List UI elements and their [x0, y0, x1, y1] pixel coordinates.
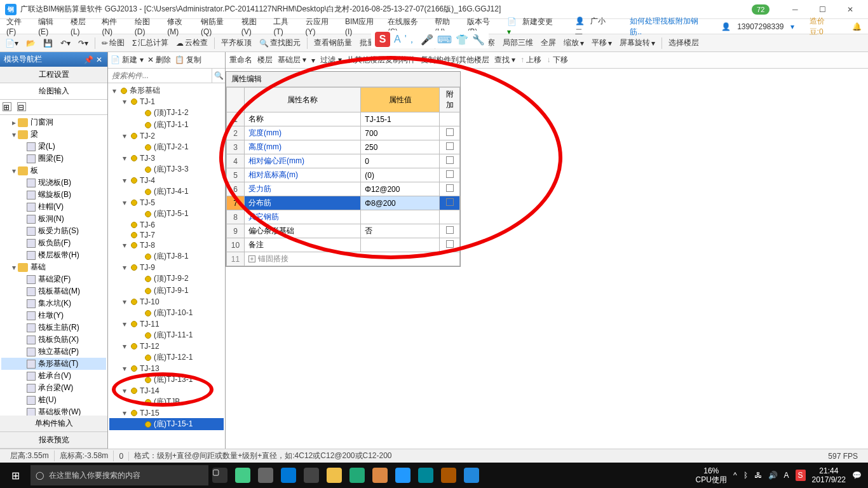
component-child[interactable]: (底)TJB — [109, 396, 224, 408]
account-link[interactable]: 👤 13907298339 ▾ — [717, 22, 797, 31]
user-label[interactable]: 👤 广小二 — [571, 16, 619, 37]
component-child[interactable]: (底)TJ-5-1 — [109, 208, 224, 220]
view-rebar-button[interactable]: 查看钢筋量 — [311, 36, 355, 50]
taskbar-search[interactable]: ◯ 在这里输入你要搜索的内容 — [31, 465, 208, 485]
ime-s-tray-icon[interactable]: S — [796, 470, 806, 481]
cpu-meter[interactable]: 16%CPU使用 — [696, 466, 727, 485]
edge-icon[interactable] — [281, 468, 296, 483]
component-item[interactable]: ▾TJ-2 — [109, 131, 224, 141]
select-floor-button[interactable]: 选择楼层 — [666, 36, 702, 50]
clock[interactable]: 21:442017/9/22 — [812, 466, 846, 485]
menu-modify[interactable]: 修改(M) — [163, 17, 197, 36]
menu-file[interactable]: 文件(F) — [3, 17, 34, 36]
ime-toolbar[interactable]: S A '， 🎤 ⌨ 👕 🔧 — [371, 30, 489, 48]
component-child[interactable]: (底)TJ-2-1 — [109, 141, 224, 153]
property-row[interactable]: 4相对偏心距(mm)0 — [227, 154, 460, 168]
layer-select[interactable]: ▾ — [311, 56, 315, 65]
nav-item[interactable]: 板负筋(F) — [1, 237, 106, 249]
expand-icon[interactable]: ⊞ — [3, 102, 11, 111]
sogou-icon[interactable]: S — [375, 32, 390, 47]
menu-component[interactable]: 构件(N) — [98, 17, 130, 36]
start-button[interactable]: ⊞ — [0, 470, 31, 482]
menu-tools[interactable]: 工具(T) — [269, 17, 301, 36]
component-child[interactable]: (底)TJ-10-1 — [109, 307, 224, 319]
store-icon[interactable] — [304, 468, 319, 483]
component-child[interactable]: (顶)TJ-1-2 — [109, 107, 224, 119]
new-change-link[interactable]: 📄 新建变更 ▾ — [503, 17, 564, 36]
component-child[interactable]: (顶)TJ-9-2 — [109, 273, 224, 285]
collapse-icon[interactable]: ⊟ — [17, 102, 26, 111]
app-icon-3[interactable] — [349, 468, 365, 483]
component-item[interactable]: ▾TJ-3 — [109, 153, 224, 163]
component-child[interactable]: (底)TJ-4-1 — [109, 186, 224, 198]
nav-group[interactable]: ▾基础 — [1, 261, 106, 273]
component-child[interactable]: (底)TJ-9-1 — [109, 285, 224, 297]
component-item[interactable]: ▾TJ-14 — [109, 386, 224, 396]
sum-button[interactable]: Σ 汇总计算 — [130, 36, 171, 50]
close-panel-icon[interactable]: ✕ — [95, 55, 104, 64]
ime-punct-icon[interactable]: '， — [405, 33, 417, 46]
component-item[interactable]: ▾TJ-4 — [109, 175, 224, 186]
update-badge[interactable]: 72 — [752, 4, 770, 15]
delete-component-button[interactable]: ✕ 删除 — [147, 55, 171, 65]
draw-button[interactable]: ✏ 绘图 — [99, 36, 127, 50]
component-item[interactable]: TJ-6 — [109, 220, 224, 230]
property-row[interactable]: 9偏心条形基础否 — [227, 224, 460, 238]
component-item[interactable]: ▾TJ-1 — [109, 97, 224, 107]
nav-group[interactable]: ▾梁 — [1, 128, 106, 140]
tray-up-icon[interactable]: ^ — [733, 471, 737, 480]
app-icon-7[interactable] — [441, 468, 456, 483]
copy-component-button[interactable]: 📋 复制 — [175, 55, 201, 65]
new-component-button[interactable]: 📄 新建 ▾ — [111, 55, 144, 65]
nav-item[interactable]: 现浇板(B) — [1, 177, 106, 189]
pin-icon[interactable]: 📌 — [83, 55, 95, 64]
copy-to-floor-button[interactable]: 复制构件到其他楼层 — [421, 55, 489, 65]
nav-item[interactable]: 筏板基础(M) — [1, 285, 106, 297]
nav-item[interactable]: 螺旋板(B) — [1, 189, 106, 201]
component-item[interactable]: ▾TJ-5 — [109, 198, 224, 208]
nav-group[interactable]: ▾板 — [1, 165, 106, 177]
redo-button[interactable]: ↷▾ — [76, 37, 91, 49]
nav-item[interactable]: 独立基础(P) — [1, 346, 106, 358]
component-item[interactable]: ▾TJ-10 — [109, 297, 224, 307]
move-up-button[interactable]: ↑ 上移 — [520, 55, 541, 65]
nav-group[interactable]: ▸门窗洞 — [1, 116, 106, 128]
nav-item[interactable]: 柱墩(Y) — [1, 309, 106, 322]
move-down-button[interactable]: ↓ 下移 — [546, 55, 567, 65]
notifications-icon[interactable]: 💬 — [852, 471, 862, 480]
minimize-button[interactable]: ─ — [782, 5, 808, 14]
menu-floor[interactable]: 楼层(L) — [67, 17, 98, 36]
component-item[interactable]: ▾TJ-9 — [109, 262, 224, 273]
local-3d-button[interactable]: 局部三维 — [500, 36, 536, 50]
bluetooth-icon[interactable]: ᛒ — [743, 471, 748, 480]
nav-item[interactable]: 圈梁(E) — [1, 152, 106, 165]
nav-item[interactable]: 楼层板带(H) — [1, 249, 106, 261]
rename-button[interactable]: 重命名 — [229, 55, 252, 65]
ime-tool-icon[interactable]: 🔧 — [472, 34, 485, 46]
component-item[interactable]: ▾TJ-15 — [109, 408, 224, 418]
app-icon-2[interactable] — [258, 468, 273, 483]
close-button[interactable]: ✕ — [837, 5, 863, 14]
component-child[interactable]: (底)TJ-3-3 — [109, 163, 224, 175]
app-icon-1[interactable] — [235, 468, 250, 483]
nav-item[interactable]: 承台梁(W) — [1, 382, 106, 394]
menu-draw[interactable]: 绘图(D) — [131, 17, 163, 36]
component-item[interactable]: ▾TJ-8 — [109, 240, 224, 250]
filter-button[interactable]: 过滤 ▾ — [320, 55, 341, 65]
menu-cloud[interactable]: 云应用(Y) — [302, 17, 341, 36]
nav-item[interactable]: 板受力筋(S) — [1, 225, 106, 237]
tab-report-preview[interactable]: 报表预览 — [0, 432, 107, 449]
menu-rebar[interactable]: 钢筋量(Q) — [197, 17, 238, 36]
find-button[interactable]: 查找 ▾ — [494, 55, 515, 65]
nav-item[interactable]: 桩承台(V) — [1, 370, 106, 382]
nav-item[interactable]: 板洞(N) — [1, 213, 106, 225]
ime-keyboard-icon[interactable]: ⌨ — [437, 34, 452, 46]
app-icon-5[interactable] — [395, 468, 410, 483]
nav-item[interactable]: 条形基础(T) — [1, 358, 106, 370]
property-row[interactable]: 2宽度(mm)700 — [227, 126, 460, 140]
volume-icon[interactable]: 🔊 — [768, 471, 778, 480]
property-row[interactable]: 10备注 — [227, 238, 460, 252]
component-child[interactable]: (底)TJ-15-1 — [109, 418, 224, 430]
undo-button[interactable]: ↶▾ — [58, 37, 73, 49]
component-item[interactable]: ▾TJ-12 — [109, 341, 224, 351]
